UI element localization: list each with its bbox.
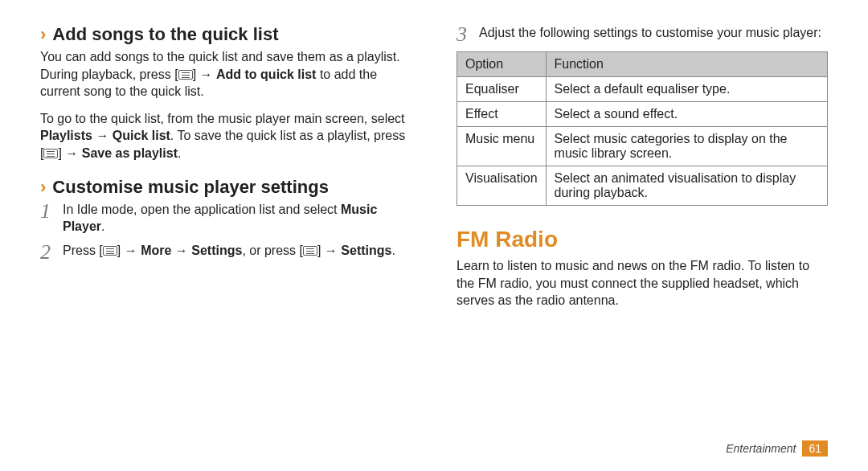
menu-icon: [103, 246, 117, 256]
menu-icon: [303, 246, 317, 256]
table-cell: Music menu: [457, 127, 547, 166]
step-number: 1: [40, 201, 63, 222]
bold-text: Add to quick list: [216, 68, 316, 81]
step-number: 2: [40, 242, 63, 263]
table-row: Music menuSelect music categories to dis…: [457, 127, 828, 166]
text-fragment: In Idle mode, open the application list …: [63, 203, 341, 216]
text-fragment: To go to the quick list, from the music …: [40, 112, 405, 125]
text-fragment: ] →: [317, 244, 341, 257]
step-body: In Idle mode, open the application list …: [63, 201, 411, 236]
bold-text: Save as playlist: [82, 146, 178, 160]
text-fragment: →: [171, 244, 191, 257]
para-2: To go to the quick list, from the music …: [40, 110, 411, 162]
bold-text: Quick list: [113, 129, 170, 142]
heading-customise: › Customise music player settings: [40, 177, 411, 201]
step-body: Adjust the following settings to customi…: [479, 24, 821, 42]
bold-text: Playlists: [40, 129, 92, 142]
right-column: 3 Adjust the following settings to custo…: [434, 0, 868, 471]
footer-page-number: 61: [802, 440, 828, 457]
table-cell: Effect: [457, 102, 547, 127]
text-fragment: , or press [: [242, 244, 303, 257]
table-cell: Equaliser: [457, 77, 547, 102]
heading-fm-radio: FM Radio: [457, 227, 828, 252]
heading-text: Add songs to the quick list: [52, 24, 278, 45]
step-row-1: 1 In Idle mode, open the application lis…: [40, 201, 411, 236]
table-cell: Select music categories to display on th…: [546, 127, 827, 166]
menu-icon: [178, 70, 193, 80]
table-row: EffectSelect a sound effect.: [457, 102, 828, 127]
text-fragment: .: [178, 146, 181, 160]
bold-text: More: [141, 244, 171, 257]
fm-para: Learn to listen to music and news on the…: [457, 257, 828, 309]
chevron-icon: ›: [40, 24, 46, 45]
para-1: You can add songs to the quick list and …: [40, 48, 411, 100]
table-row: VisualisationSelect an animated visualis…: [457, 166, 828, 206]
bold-text: Settings: [341, 244, 391, 257]
footer-category: Entertainment: [726, 442, 796, 455]
table-cell: Visualisation: [457, 166, 547, 206]
text-fragment: →: [92, 129, 113, 142]
heading-text: Customise music player settings: [52, 177, 329, 198]
table-cell: Select a default equaliser type.: [546, 77, 827, 102]
step-body: Press [] → More → Settings, or press [] …: [63, 242, 395, 260]
step-row-2: 2 Press [] → More → Settings, or press […: [40, 242, 411, 263]
left-column: › Add songs to the quick list You can ad…: [0, 0, 434, 471]
text-fragment: ] →: [193, 68, 216, 81]
table-header-function: Function: [546, 52, 827, 77]
menu-icon: [43, 149, 58, 158]
text-fragment: .: [101, 219, 104, 233]
table-cell: Select an animated visualisation to disp…: [546, 166, 827, 206]
bold-text: Settings: [191, 244, 242, 257]
text-fragment: Press [: [63, 244, 103, 257]
step-row-3: 3 Adjust the following settings to custo…: [457, 24, 828, 45]
heading-add-songs: › Add songs to the quick list: [40, 24, 411, 48]
settings-table: Option Function EqualiserSelect a defaul…: [457, 51, 828, 206]
text-fragment: ] →: [117, 244, 141, 257]
table-row: EqualiserSelect a default equaliser type…: [457, 77, 828, 102]
text-fragment: .: [391, 244, 395, 257]
table-header-option: Option: [457, 52, 547, 77]
text-fragment: ] →: [58, 146, 81, 160]
chevron-icon: ›: [40, 177, 46, 198]
table-cell: Select a sound effect.: [546, 102, 827, 127]
step-number: 3: [457, 24, 479, 45]
page-footer: Entertainment61: [726, 440, 828, 457]
table-header-row: Option Function: [457, 52, 828, 77]
